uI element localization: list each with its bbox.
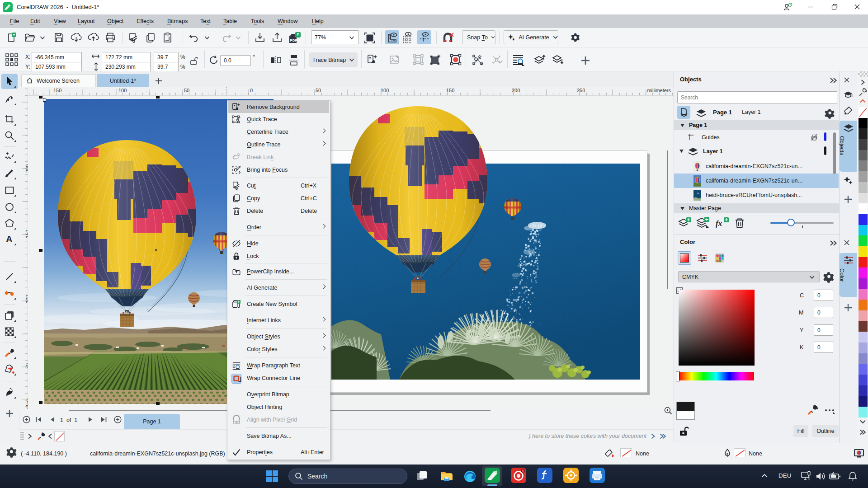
svg-text:fx: fx: [716, 219, 722, 228]
svg-text:PDF: PDF: [290, 38, 297, 42]
svg-text:A: A: [6, 234, 12, 244]
